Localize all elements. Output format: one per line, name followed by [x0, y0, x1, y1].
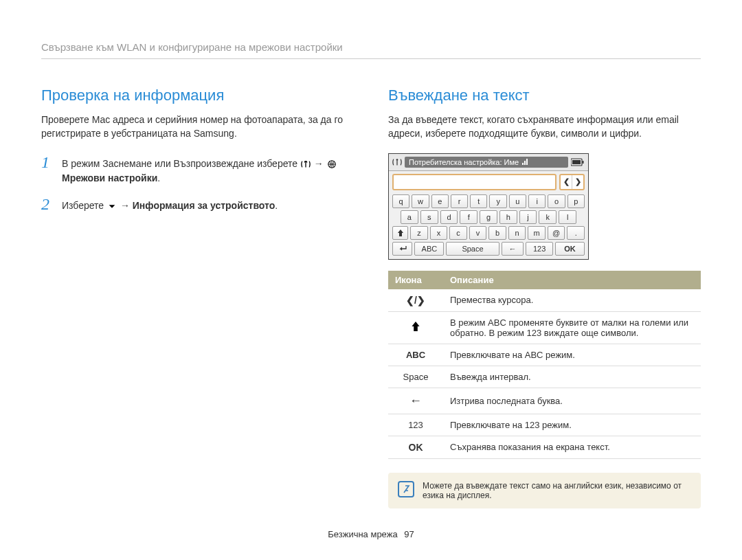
desc-cell: В режим ABC променяте буквите от малки н… — [443, 311, 701, 344]
key[interactable]: v — [469, 226, 487, 240]
note-text: Можете да въвеждате текст само на англий… — [423, 481, 691, 500]
desc-cell: Превключвате на 123 режим. — [443, 414, 701, 436]
key[interactable]: m — [528, 226, 546, 240]
key[interactable]: q — [392, 194, 409, 208]
wifi-icon — [392, 157, 402, 167]
space-key[interactable]: Space — [446, 242, 499, 256]
backspace-key[interactable]: ← — [502, 242, 524, 256]
desc-cell: Превключвате на ABC режим. — [443, 344, 701, 366]
key[interactable]: u — [509, 194, 526, 208]
key[interactable]: f — [460, 210, 477, 224]
page-footer: Безжична мрежа 97 — [41, 529, 701, 539]
abc-label: ABC — [388, 344, 443, 366]
ok-key[interactable]: OK — [555, 242, 585, 256]
kb-row-bottom: ABC Space ← 123 OK — [392, 242, 585, 256]
return-icon — [398, 245, 407, 252]
space-label: Space — [388, 366, 443, 388]
step-number: 2 — [41, 195, 62, 214]
desc-cell: Изтрива последната буква. — [443, 388, 701, 414]
icon-legend-table: Икона Описание ❮/❯ Премества курсора. В … — [388, 271, 701, 459]
key[interactable]: e — [431, 194, 449, 208]
shift-key[interactable] — [392, 226, 408, 240]
step-2-text: Изберете → Информация за устройството. — [62, 195, 278, 213]
svg-rect-3 — [572, 160, 581, 164]
kb-row-2: a s d f g h j k l — [392, 210, 585, 224]
kb-row-1: q w e r t y u i o p — [392, 194, 585, 208]
th-icon: Икона — [388, 271, 443, 289]
table-row: ❮/❯ Премества курсора. — [388, 289, 701, 312]
key[interactable]: p — [567, 194, 585, 208]
table-row: ← Изтрива последната буква. — [388, 388, 701, 414]
key[interactable]: l — [559, 210, 576, 224]
desc-cell: Премества курсора. — [443, 289, 701, 312]
desc-cell: Въвежда интервал. — [443, 366, 701, 388]
key[interactable]: a — [401, 210, 418, 224]
right-intro: За да въведете текст, когато съхранявате… — [388, 113, 701, 141]
key[interactable]: z — [410, 226, 428, 240]
ok-label: OK — [388, 436, 443, 458]
key[interactable]: h — [499, 210, 517, 224]
key[interactable]: w — [412, 194, 429, 208]
globe-icon — [327, 159, 337, 169]
key[interactable]: n — [508, 226, 526, 240]
antenna-icon — [301, 159, 311, 169]
desc-cell: Съхранява показания на екрана текст. — [443, 436, 701, 458]
keyboard-mock: Потребителска настройка: Име ❮ ❯ q w — [388, 153, 589, 260]
backspace-icon: ← — [388, 388, 443, 414]
info-icon — [398, 481, 414, 497]
battery-icon — [571, 158, 585, 166]
th-desc: Описание — [443, 271, 701, 289]
shift-icon — [397, 229, 404, 236]
key[interactable]: r — [451, 194, 468, 208]
table-row: ABC Превключвате на ABC режим. — [388, 344, 701, 366]
table-row: OK Съхранява показания на екрана текст. — [388, 436, 701, 458]
footer-section: Безжична мрежа — [328, 529, 397, 539]
left-section-title: Проверка на информация — [41, 87, 354, 104]
key[interactable]: k — [539, 210, 556, 224]
breadcrumb: Свързване към WLAN и конфигуриране на мр… — [41, 41, 701, 59]
key[interactable]: x — [430, 226, 448, 240]
signal-icon — [521, 159, 528, 166]
key[interactable]: c — [449, 226, 467, 240]
kb-row-3: z x c v b n m @ . — [392, 226, 585, 240]
cursor-move-icon: ❮/❯ — [388, 289, 443, 312]
num-key[interactable]: 123 — [526, 242, 553, 256]
key[interactable]: g — [480, 210, 497, 224]
key[interactable]: s — [420, 210, 438, 224]
table-row: Space Въвежда интервал. — [388, 366, 701, 388]
step-1-text: В режим Заснемане или Възпроизвеждане из… — [62, 153, 354, 186]
key[interactable]: i — [528, 194, 546, 208]
left-intro: Проверете Mac адреса и серийния номер на… — [41, 113, 354, 141]
key[interactable]: @ — [548, 226, 565, 240]
svg-rect-4 — [583, 161, 584, 164]
page-number: 97 — [404, 529, 414, 539]
num-label: 123 — [388, 414, 443, 436]
text-input[interactable] — [392, 174, 556, 190]
down-arrow-icon — [107, 201, 117, 211]
table-row: В режим ABC променяте буквите от малки н… — [388, 311, 701, 344]
key[interactable]: d — [440, 210, 458, 224]
right-section-title: Въвеждане на текст — [388, 87, 701, 104]
key[interactable]: y — [489, 194, 506, 208]
cursor-left-icon[interactable]: ❮ — [561, 175, 572, 189]
cursor-right-icon[interactable]: ❯ — [572, 175, 583, 189]
table-row: 123 Превключвате на 123 режим. — [388, 414, 701, 436]
key[interactable]: j — [519, 210, 537, 224]
shift-icon — [388, 311, 443, 344]
key[interactable]: . — [567, 226, 585, 240]
step-2: 2 Изберете → Информация за устройството. — [41, 195, 354, 214]
step-1: 1 В режим Заснемане или Възпроизвеждане … — [41, 153, 354, 186]
key[interactable]: t — [470, 194, 487, 208]
keyboard-title: Потребителска настройка: Име — [409, 158, 519, 166]
abc-key[interactable]: ABC — [414, 242, 444, 256]
note-box: Можете да въвеждате текст само на англий… — [388, 473, 701, 508]
cursor-arrows[interactable]: ❮ ❯ — [559, 174, 585, 190]
key[interactable]: b — [488, 226, 506, 240]
return-key[interactable] — [392, 242, 412, 256]
key[interactable]: o — [548, 194, 565, 208]
step-number: 1 — [41, 153, 62, 172]
svg-point-1 — [396, 159, 398, 161]
